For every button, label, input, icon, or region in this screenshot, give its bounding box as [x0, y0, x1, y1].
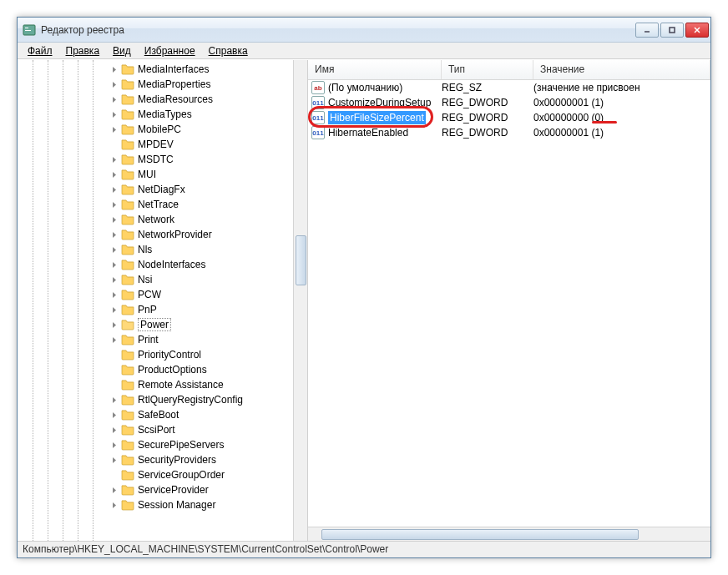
value-row[interactable]: ab(По умолчанию)REG_SZ(значение не присв… — [308, 80, 710, 95]
expand-icon[interactable] — [109, 470, 119, 480]
expand-icon[interactable] — [109, 350, 119, 360]
close-button[interactable] — [685, 23, 709, 38]
menu-view[interactable]: Вид — [106, 44, 138, 58]
tree-scrollbar[interactable] — [293, 60, 307, 541]
tree-scroll-thumb[interactable] — [296, 235, 306, 285]
expand-icon[interactable] — [109, 455, 119, 465]
tree-node[interactable]: NodeInterfaces — [18, 257, 307, 272]
value-row[interactable]: 011HibernateEnabledREG_DWORD0x00000001 (… — [308, 125, 710, 140]
column-type[interactable]: Тип — [442, 60, 533, 79]
tree-node[interactable]: PriorityControl — [18, 347, 307, 362]
expand-icon[interactable] — [109, 305, 119, 315]
tree-node[interactable]: PCW — [18, 287, 307, 302]
tree-node[interactable]: SecurityProviders — [18, 452, 307, 467]
expand-icon[interactable] — [109, 245, 119, 255]
tree-node[interactable]: MediaInterfaces — [18, 62, 307, 77]
value-data: 0x00000001 (1) — [533, 97, 707, 108]
tree-node[interactable]: Print — [18, 332, 307, 347]
titlebar[interactable]: Редактор реестра — [18, 18, 710, 43]
dword-value-icon: 011 — [311, 96, 325, 109]
window-title: Редактор реестра — [41, 24, 635, 36]
tree-node[interactable]: ScsiPort — [18, 422, 307, 437]
expand-icon[interactable] — [109, 395, 119, 405]
tree-node[interactable]: MediaTypes — [18, 107, 307, 122]
tree-node[interactable]: MPDEV — [18, 137, 307, 152]
tree-node[interactable]: ServiceProvider — [18, 482, 307, 497]
tree-node[interactable]: Network — [18, 212, 307, 227]
expand-icon[interactable] — [109, 260, 119, 270]
folder-icon — [121, 363, 134, 376]
menu-file[interactable]: Файл — [21, 44, 59, 58]
tree-node[interactable]: RtlQueryRegistryConfig — [18, 392, 307, 407]
tree-node[interactable]: NetworkProvider — [18, 227, 307, 242]
value-type: REG_DWORD — [442, 127, 533, 139]
maximize-button[interactable] — [660, 23, 684, 38]
tree-node[interactable]: ServiceGroupOrder — [18, 467, 307, 482]
menu-help[interactable]: Справка — [202, 44, 255, 58]
expand-icon[interactable] — [109, 169, 119, 179]
value-name-cell: 011HiberFileSizePercent — [311, 111, 442, 124]
value-row[interactable]: 011HiberFileSizePercentREG_DWORD0x000000… — [308, 110, 710, 125]
tree-node-label: ServiceProvider — [138, 484, 209, 496]
tree-node[interactable]: MediaProperties — [18, 77, 307, 92]
column-value[interactable]: Значение — [533, 60, 710, 79]
values-hscroll-thumb[interactable] — [321, 529, 639, 540]
expand-icon[interactable] — [109, 275, 119, 285]
folder-icon — [121, 423, 134, 436]
value-type: REG_SZ — [442, 82, 533, 93]
expand-icon[interactable] — [109, 440, 119, 450]
menu-favorites-label: Избранное — [144, 45, 195, 57]
expand-icon[interactable] — [109, 154, 119, 164]
folder-icon — [121, 483, 134, 497]
svg-rect-2 — [25, 30, 31, 31]
expand-icon[interactable] — [109, 425, 119, 435]
tree-node-label: Print — [138, 334, 159, 346]
expand-icon[interactable] — [109, 410, 119, 420]
expand-icon[interactable] — [109, 79, 119, 89]
expand-icon[interactable] — [109, 290, 119, 300]
tree-node[interactable]: Session Manager — [18, 497, 307, 512]
expand-icon[interactable] — [109, 109, 119, 119]
expand-icon[interactable] — [109, 124, 119, 134]
tree-node[interactable]: ProductOptions — [18, 362, 307, 377]
column-name[interactable]: Имя — [308, 60, 442, 79]
expand-icon[interactable] — [109, 214, 119, 224]
svg-rect-4 — [670, 28, 675, 33]
tree-node[interactable]: Power — [18, 317, 307, 332]
tree-node[interactable]: Nls — [18, 242, 307, 257]
tree-node-label: Remote Assistance — [138, 379, 224, 391]
values-pane: Имя Тип Значение ab(По умолчанию)REG_SZ(… — [308, 60, 710, 541]
expand-icon[interactable] — [109, 320, 119, 330]
tree-node[interactable]: Nsi — [18, 272, 307, 287]
minimize-button[interactable] — [635, 23, 659, 38]
tree-node[interactable]: Remote Assistance — [18, 377, 307, 392]
expand-icon[interactable] — [109, 365, 119, 375]
tree-node[interactable]: SecurePipeServers — [18, 437, 307, 452]
tree-pane[interactable]: MediaInterfacesMediaPropertiesMediaResou… — [18, 60, 308, 541]
expand-icon[interactable] — [109, 64, 119, 74]
folder-icon — [121, 408, 134, 421]
expand-icon[interactable] — [109, 139, 119, 149]
expand-icon[interactable] — [109, 199, 119, 209]
expand-icon[interactable] — [109, 94, 119, 104]
expand-icon[interactable] — [109, 184, 119, 194]
tree-node[interactable]: MediaResources — [18, 92, 307, 107]
tree-node[interactable]: MobilePC — [18, 122, 307, 137]
tree-node[interactable]: NetTrace — [18, 197, 307, 212]
tree-node[interactable]: MUI — [18, 167, 307, 182]
values-hscrollbar[interactable] — [308, 527, 710, 541]
expand-icon[interactable] — [109, 380, 119, 390]
tree-node[interactable]: SafeBoot — [18, 407, 307, 422]
values-list[interactable]: ab(По умолчанию)REG_SZ(значение не присв… — [308, 80, 710, 527]
folder-icon — [121, 273, 134, 286]
tree-node[interactable]: MSDTC — [18, 152, 307, 167]
menu-edit[interactable]: Правка — [59, 44, 107, 58]
tree-node[interactable]: NetDiagFx — [18, 182, 307, 197]
value-row[interactable]: 011CustomizeDuringSetupREG_DWORD0x000000… — [308, 95, 710, 110]
expand-icon[interactable] — [109, 500, 119, 510]
expand-icon[interactable] — [109, 335, 119, 345]
expand-icon[interactable] — [109, 229, 119, 240]
tree-node[interactable]: PnP — [18, 302, 307, 317]
expand-icon[interactable] — [109, 485, 119, 495]
menu-favorites[interactable]: Избранное — [138, 44, 202, 58]
